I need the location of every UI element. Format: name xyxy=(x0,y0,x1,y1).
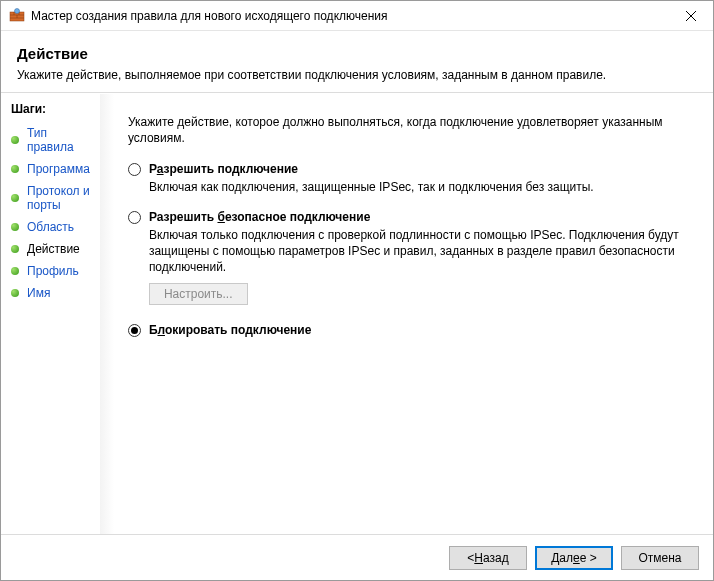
bullet-icon xyxy=(11,289,19,297)
t: б xyxy=(217,210,224,224)
next-button[interactable]: Далее > xyxy=(535,546,613,570)
option-block: Блокировать подключение xyxy=(128,323,691,340)
customize-button: Настроить... xyxy=(149,283,248,305)
step-rule-type[interactable]: Тип правила xyxy=(1,122,100,158)
t: Р xyxy=(149,162,157,176)
option-block-title: Блокировать подключение xyxy=(149,323,691,337)
t: Разрешить xyxy=(149,210,218,224)
step-name[interactable]: Имя xyxy=(1,282,100,304)
titlebar: Мастер создания правила для нового исход… xyxy=(1,1,713,31)
t: е xyxy=(573,551,580,565)
bullet-icon xyxy=(11,194,19,202)
wizard-window: Мастер создания правила для нового исход… xyxy=(0,0,714,581)
option-allow-secure-desc: Включая только подключения с проверкой п… xyxy=(149,227,691,276)
footer: < Назад Далее > Отмена xyxy=(1,534,713,580)
firewall-icon xyxy=(9,8,25,24)
t: Н xyxy=(474,551,483,565)
radio-allow[interactable] xyxy=(128,163,141,176)
bullet-icon xyxy=(11,267,19,275)
step-action[interactable]: Действие xyxy=(1,238,100,260)
step-scope[interactable]: Область xyxy=(1,216,100,238)
step-profile[interactable]: Профиль xyxy=(1,260,100,282)
window-title: Мастер создания правила для нового исход… xyxy=(31,9,668,23)
step-protocol-ports[interactable]: Протокол и порты xyxy=(1,180,100,216)
t: а xyxy=(157,162,164,176)
header: Действие Укажите действие, выполняемое п… xyxy=(1,31,713,92)
bullet-icon xyxy=(11,223,19,231)
option-allow-title: Разрешить подключение xyxy=(149,162,691,176)
t: азад xyxy=(483,551,509,565)
option-allow-secure-title: Разрешить безопасное подключение xyxy=(149,210,691,224)
page-title: Действие xyxy=(17,45,697,62)
step-label: Действие xyxy=(27,242,80,256)
t: окировать подключение xyxy=(165,323,311,337)
steps-heading: Шаги: xyxy=(1,100,100,122)
step-label: Имя xyxy=(27,286,50,300)
t: езопасное подключение xyxy=(225,210,370,224)
main-panel: Укажите действие, которое должно выполня… xyxy=(100,94,713,534)
option-allow-secure: Разрешить безопасное подключение Включая… xyxy=(128,210,691,310)
radio-allow-secure[interactable] xyxy=(128,211,141,224)
page-subtitle: Укажите действие, выполняемое при соотве… xyxy=(17,68,697,82)
cancel-button[interactable]: Отмена xyxy=(621,546,699,570)
step-label: Профиль xyxy=(27,264,79,278)
svg-point-6 xyxy=(15,8,20,13)
option-allow-desc: Включая как подключения, защищенные IPSe… xyxy=(149,179,691,195)
option-block-body: Блокировать подключение xyxy=(149,323,691,340)
step-label: Область xyxy=(27,220,74,234)
t: е > xyxy=(580,551,597,565)
bullet-icon xyxy=(11,136,19,144)
step-program[interactable]: Программа xyxy=(1,158,100,180)
option-allow: Разрешить подключение Включая как подклю… xyxy=(128,162,691,195)
back-button[interactable]: < Назад xyxy=(449,546,527,570)
step-label: Программа xyxy=(27,162,90,176)
t: л xyxy=(158,323,165,337)
customize-row: Настроить... xyxy=(149,283,691,305)
t: Дал xyxy=(551,551,573,565)
bullet-icon xyxy=(11,245,19,253)
close-button[interactable] xyxy=(668,1,713,31)
option-allow-body: Разрешить подключение Включая как подклю… xyxy=(149,162,691,195)
sidebar: Шаги: Тип правила Программа Протокол и п… xyxy=(1,94,100,534)
step-label: Протокол и порты xyxy=(27,184,90,212)
bullet-icon xyxy=(11,165,19,173)
radio-block[interactable] xyxy=(128,324,141,337)
intro-text: Укажите действие, которое должно выполня… xyxy=(128,114,691,146)
t: Б xyxy=(149,323,158,337)
body: Шаги: Тип правила Программа Протокол и п… xyxy=(1,94,713,534)
t: < xyxy=(467,551,474,565)
option-allow-secure-body: Разрешить безопасное подключение Включая… xyxy=(149,210,691,310)
t: зрешить подключение xyxy=(164,162,298,176)
step-label: Тип правила xyxy=(27,126,90,154)
